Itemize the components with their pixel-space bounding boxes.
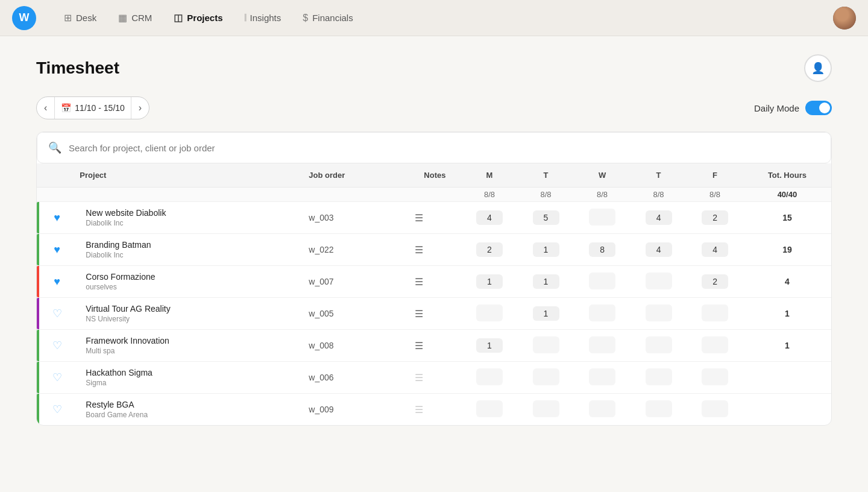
hour-cell[interactable] <box>631 362 687 394</box>
notes-icon[interactable]: ☰ <box>415 309 423 319</box>
notes-icon[interactable]: ☰ <box>415 245 423 255</box>
hour-cell[interactable] <box>461 394 518 426</box>
notes-cell[interactable]: ☰ <box>409 394 462 426</box>
hour-cell[interactable] <box>687 298 743 330</box>
hour-cell[interactable]: 8 <box>574 234 631 266</box>
notes-cell[interactable]: ☰ <box>409 330 462 362</box>
job-order-cell: w_007 <box>303 266 408 298</box>
favorite-icon[interactable]: ♥ <box>54 212 60 224</box>
hour-cell[interactable] <box>631 394 687 426</box>
project-name: New website Diabolik <box>86 208 297 218</box>
nav-item-desk[interactable]: ⊞ Desk <box>54 7 106 28</box>
hour-cell[interactable]: 1 <box>461 266 518 298</box>
favorite-icon[interactable]: ♡ <box>52 403 62 415</box>
nav-label-projects: Projects <box>187 13 222 23</box>
col-mon: M <box>461 163 518 188</box>
project-client: ourselves <box>86 283 297 291</box>
hour-cell[interactable]: 2 <box>687 266 743 298</box>
notes-icon[interactable]: ☰ <box>415 373 423 383</box>
crm-icon: ▦ <box>118 12 127 24</box>
nav-item-crm[interactable]: ▦ CRM <box>108 7 162 28</box>
notes-cell[interactable]: ☰ <box>409 234 462 266</box>
project-name: Branding Batman <box>86 240 297 250</box>
job-order-cell: w_022 <box>303 234 408 266</box>
notes-cell[interactable]: ☰ <box>409 202 462 234</box>
hour-cell[interactable] <box>574 394 631 426</box>
project-client: Diabolik Inc <box>86 251 297 259</box>
projects-icon: ◫ <box>174 12 183 24</box>
nav-item-projects[interactable]: ◫ Projects <box>164 7 232 28</box>
search-input[interactable] <box>69 143 820 153</box>
notes-icon[interactable]: ☰ <box>415 213 423 223</box>
notes-icon[interactable]: ☰ <box>415 341 423 351</box>
notes-cell[interactable]: ☰ <box>409 362 462 394</box>
hour-cell[interactable] <box>574 202 631 234</box>
nav-item-insights[interactable]: 𝄁 Insights <box>235 8 291 28</box>
hour-cell[interactable]: 4 <box>461 202 518 234</box>
hour-cell[interactable] <box>518 362 574 394</box>
hour-cell[interactable] <box>518 394 574 426</box>
hour-cell[interactable] <box>687 330 743 362</box>
hour-cell[interactable]: 2 <box>687 202 743 234</box>
job-order-cell: w_008 <box>303 330 408 362</box>
hour-cell[interactable] <box>631 266 687 298</box>
favorite-icon[interactable]: ♡ <box>52 371 62 383</box>
hour-cell[interactable] <box>574 362 631 394</box>
hour-cell[interactable] <box>687 394 743 426</box>
hour-cell[interactable] <box>518 330 574 362</box>
notes-cell[interactable]: ☰ <box>409 298 462 330</box>
hour-cell[interactable]: 4 <box>631 202 687 234</box>
col-wed: W <box>574 163 631 188</box>
notes-icon[interactable]: ☰ <box>415 405 423 415</box>
app-logo[interactable]: W <box>12 6 36 30</box>
notes-icon[interactable]: ☰ <box>415 277 423 287</box>
toggle-switch[interactable] <box>805 101 832 115</box>
toggle-knob <box>819 102 830 113</box>
hour-cell[interactable]: 4 <box>687 234 743 266</box>
hour-cell[interactable] <box>574 298 631 330</box>
table-row: ♥ Branding Batman Diabolik Inc w_022 ☰ 2… <box>37 234 831 266</box>
tot-hours-cell <box>743 394 831 426</box>
hour-cell[interactable]: 4 <box>631 234 687 266</box>
fav-cell: ♡ <box>37 330 74 362</box>
fav-cell: ♥ <box>37 234 74 266</box>
user-avatar[interactable] <box>833 7 856 30</box>
hour-cell[interactable] <box>574 330 631 362</box>
capacity-label <box>37 188 461 202</box>
favorite-icon[interactable]: ♥ <box>54 276 60 288</box>
daily-mode-label: Daily Mode <box>754 103 799 113</box>
hour-cell[interactable]: 1 <box>518 298 574 330</box>
hour-cell[interactable]: 5 <box>518 202 574 234</box>
search-bar: 🔍 <box>37 132 831 163</box>
project-client: Diabolik Inc <box>86 219 297 227</box>
nav-item-financials[interactable]: $ Financials <box>293 8 362 28</box>
favorite-icon[interactable]: ♡ <box>52 308 62 320</box>
hour-cell[interactable]: 1 <box>461 330 518 362</box>
nav-label-financials: Financials <box>312 13 353 23</box>
hour-cell[interactable]: 1 <box>518 234 574 266</box>
favorite-icon[interactable]: ♡ <box>52 339 62 352</box>
user-button[interactable]: 👤 <box>804 54 832 82</box>
financials-icon: $ <box>303 13 308 24</box>
prev-date-button[interactable]: ‹ <box>37 97 54 119</box>
hour-cell[interactable] <box>574 266 631 298</box>
nav-label-desk: Desk <box>76 13 96 23</box>
hour-cell[interactable]: 2 <box>461 234 518 266</box>
hour-cell[interactable] <box>631 298 687 330</box>
insights-icon: 𝄁 <box>245 13 246 24</box>
project-cell: Hackathon Sigma Sigma <box>74 362 303 394</box>
hour-cell[interactable] <box>687 362 743 394</box>
hour-cell[interactable]: 1 <box>518 266 574 298</box>
table-row: ♥ New website Diabolik Diabolik Inc w_00… <box>37 202 831 234</box>
hour-cell[interactable] <box>631 330 687 362</box>
table-row: ♥ Corso Formazione ourselves w_007 ☰ 1 1… <box>37 266 831 298</box>
next-date-button[interactable]: › <box>131 97 149 119</box>
favorite-icon[interactable]: ♥ <box>54 244 60 256</box>
project-cell: Restyle BGA Board Game Arena <box>74 394 303 426</box>
project-cell: Corso Formazione ourselves <box>74 266 303 298</box>
notes-cell[interactable]: ☰ <box>409 266 462 298</box>
fav-cell: ♥ <box>37 202 74 234</box>
hour-cell[interactable] <box>461 362 518 394</box>
hour-cell[interactable] <box>461 298 518 330</box>
col-fri: F <box>687 163 743 188</box>
